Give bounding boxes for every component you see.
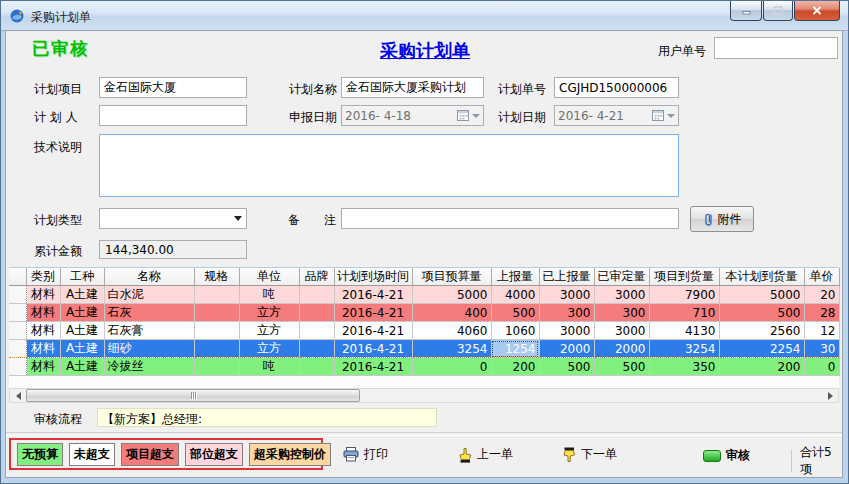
table-cell[interactable]: 0 — [804, 358, 839, 376]
plan-type-select[interactable] — [99, 208, 247, 229]
table-cell[interactable]: 4130 — [649, 322, 719, 340]
table-cell[interactable]: 2016-4-21 — [334, 340, 412, 358]
table-cell[interactable]: A土建 — [60, 304, 104, 322]
table-cell[interactable]: 4000 — [491, 286, 539, 304]
table-cell[interactable]: 3000 — [594, 322, 649, 340]
table-cell[interactable]: 3000 — [539, 322, 594, 340]
table-cell[interactable]: 细砂 — [104, 340, 194, 358]
table-cell[interactable]: 3254 — [412, 340, 491, 358]
table-cell[interactable]: 白水泥 — [104, 286, 194, 304]
table-cell[interactable]: 2254 — [719, 340, 804, 358]
table-cell[interactable]: 材料 — [26, 358, 60, 376]
table-cell[interactable]: A土建 — [60, 358, 104, 376]
table-cell[interactable]: 材料 — [26, 340, 60, 358]
table-cell[interactable]: 400 — [412, 304, 491, 322]
table-cell[interactable]: 冷拔丝 — [104, 358, 194, 376]
table-cell[interactable]: 200 — [719, 358, 804, 376]
table-cell[interactable]: 300 — [594, 304, 649, 322]
table-cell[interactable] — [299, 322, 334, 340]
table-cell[interactable]: 2016-4-21 — [334, 322, 412, 340]
table-cell[interactable]: 3000 — [539, 286, 594, 304]
remark-input[interactable] — [341, 208, 679, 229]
table-cell[interactable]: 5000 — [719, 286, 804, 304]
table-cell[interactable]: 材料 — [26, 286, 60, 304]
attachment-button[interactable]: 附件 — [690, 206, 754, 232]
row-selector[interactable] — [9, 286, 26, 304]
table-cell[interactable]: 2000 — [539, 340, 594, 358]
table-cell[interactable] — [194, 304, 239, 322]
plan-date-picker[interactable]: 2016- 4-21 — [554, 105, 679, 126]
maximize-button[interactable] — [763, 1, 793, 21]
table-cell[interactable]: 石灰 — [104, 304, 194, 322]
horizontal-scrollbar[interactable] — [9, 388, 839, 403]
table-cell[interactable]: 12 — [804, 322, 839, 340]
table-cell[interactable] — [299, 286, 334, 304]
table-cell[interactable]: 500 — [594, 358, 649, 376]
table-cell[interactable]: 20 — [804, 286, 839, 304]
close-button[interactable] — [794, 1, 840, 21]
table-cell[interactable]: 立方 — [239, 340, 299, 358]
audit-button[interactable]: 审核 — [703, 447, 750, 464]
scroll-right-button[interactable] — [822, 389, 838, 402]
table-cell[interactable]: 2560 — [719, 322, 804, 340]
planner-input[interactable] — [99, 105, 247, 126]
table-cell[interactable]: 30 — [804, 340, 839, 358]
plan-project-input[interactable] — [99, 77, 247, 98]
table-cell[interactable]: 500 — [539, 358, 594, 376]
table-cell[interactable]: 350 — [649, 358, 719, 376]
table-cell[interactable]: 1254 — [491, 340, 539, 358]
row-selector[interactable] — [9, 304, 26, 322]
minimize-button[interactable] — [730, 1, 762, 21]
column-header: 已上报量 — [539, 268, 594, 286]
table-cell[interactable] — [194, 322, 239, 340]
table-cell[interactable]: 立方 — [239, 322, 299, 340]
plan-no-input[interactable] — [554, 77, 679, 98]
scroll-left-button[interactable] — [10, 389, 26, 402]
client-area: 已审核 采购计划单 用户单号 计划项目 计划名称 计划单号 计 划 人 申报日期… — [5, 30, 843, 478]
table-cell[interactable]: 2016-4-21 — [334, 304, 412, 322]
next-record-button[interactable]: 下一单 — [562, 446, 617, 463]
table-cell[interactable]: 300 — [539, 304, 594, 322]
table-cell[interactable]: 5000 — [412, 286, 491, 304]
table-cell[interactable]: 3254 — [649, 340, 719, 358]
table-cell[interactable]: 4060 — [412, 322, 491, 340]
table-cell[interactable] — [194, 286, 239, 304]
table-cell[interactable]: A土建 — [60, 322, 104, 340]
table-cell[interactable]: 500 — [719, 304, 804, 322]
table-cell[interactable]: A土建 — [60, 340, 104, 358]
table-cell[interactable]: 材料 — [26, 322, 60, 340]
table-cell[interactable]: A土建 — [60, 286, 104, 304]
previous-record-button[interactable]: 上一单 — [458, 446, 513, 463]
table-cell[interactable]: 吨 — [239, 286, 299, 304]
table-cell[interactable]: 0 — [412, 358, 491, 376]
plan-name-input[interactable] — [341, 77, 484, 98]
row-selector[interactable] — [9, 340, 26, 358]
table-cell[interactable]: 立方 — [239, 304, 299, 322]
table-cell[interactable]: 吨 — [239, 358, 299, 376]
table-cell[interactable]: 3000 — [594, 286, 649, 304]
table-cell[interactable] — [299, 304, 334, 322]
table-cell[interactable]: 200 — [491, 358, 539, 376]
table-cell[interactable]: 500 — [491, 304, 539, 322]
table-cell[interactable]: 石灰膏 — [104, 322, 194, 340]
print-button[interactable]: 打印 — [343, 446, 388, 463]
table-cell[interactable] — [299, 340, 334, 358]
table-cell[interactable]: 28 — [804, 304, 839, 322]
tech-note-textarea[interactable] — [99, 134, 679, 197]
table-cell[interactable]: 1060 — [491, 322, 539, 340]
table-cell[interactable]: 710 — [649, 304, 719, 322]
table-cell[interactable]: 2000 — [594, 340, 649, 358]
row-selector[interactable] — [9, 322, 26, 340]
table-cell[interactable]: 2016-4-21 — [334, 286, 412, 304]
table-cell[interactable]: 材料 — [26, 304, 60, 322]
user-no-input[interactable] — [714, 37, 838, 59]
table-cell[interactable] — [299, 358, 334, 376]
declare-date-picker[interactable]: 2016- 4-18 — [341, 105, 484, 126]
table-cell[interactable] — [194, 340, 239, 358]
row-selector[interactable] — [9, 358, 26, 376]
table-cell[interactable]: 7900 — [649, 286, 719, 304]
scrollbar-thumb[interactable] — [26, 389, 360, 402]
table-cell[interactable] — [194, 358, 239, 376]
table-cell[interactable]: 2016-4-21 — [334, 358, 412, 376]
review-flow-field[interactable]: 【新方案】总经理: — [97, 408, 437, 427]
